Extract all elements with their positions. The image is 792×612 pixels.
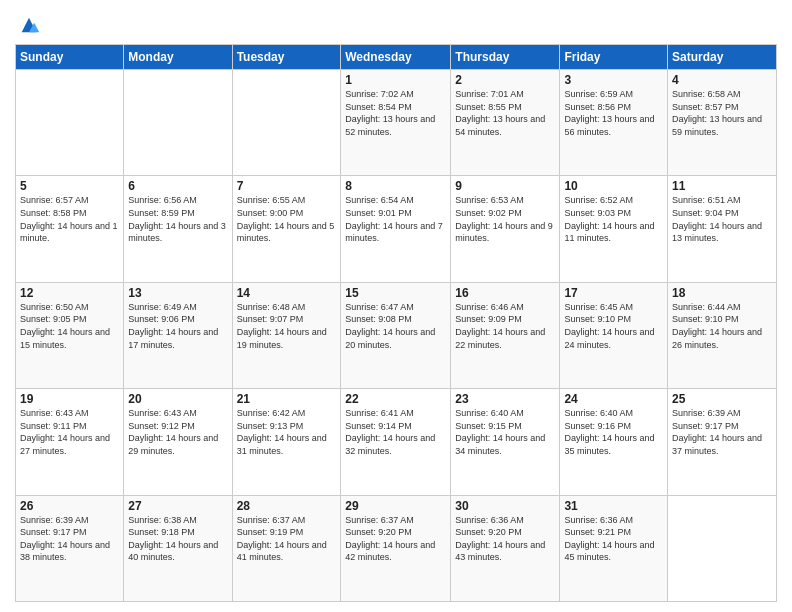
calendar-cell: 31Sunrise: 6:36 AM Sunset: 9:21 PM Dayli…	[560, 495, 668, 601]
calendar-cell: 11Sunrise: 6:51 AM Sunset: 9:04 PM Dayli…	[668, 176, 777, 282]
day-info: Sunrise: 6:47 AM Sunset: 9:08 PM Dayligh…	[345, 302, 435, 350]
day-info: Sunrise: 6:57 AM Sunset: 8:58 PM Dayligh…	[20, 195, 118, 243]
day-number: 15	[345, 286, 446, 300]
day-info: Sunrise: 7:02 AM Sunset: 8:54 PM Dayligh…	[345, 89, 435, 137]
day-number: 3	[564, 73, 663, 87]
day-number: 26	[20, 499, 119, 513]
day-number: 7	[237, 179, 337, 193]
day-info: Sunrise: 6:51 AM Sunset: 9:04 PM Dayligh…	[672, 195, 762, 243]
day-info: Sunrise: 6:40 AM Sunset: 9:15 PM Dayligh…	[455, 408, 545, 456]
day-number: 27	[128, 499, 227, 513]
calendar-cell: 4Sunrise: 6:58 AM Sunset: 8:57 PM Daylig…	[668, 70, 777, 176]
logo	[15, 14, 40, 36]
day-info: Sunrise: 6:36 AM Sunset: 9:20 PM Dayligh…	[455, 515, 545, 563]
day-info: Sunrise: 6:37 AM Sunset: 9:20 PM Dayligh…	[345, 515, 435, 563]
day-info: Sunrise: 6:43 AM Sunset: 9:12 PM Dayligh…	[128, 408, 218, 456]
day-info: Sunrise: 6:48 AM Sunset: 9:07 PM Dayligh…	[237, 302, 327, 350]
day-info: Sunrise: 6:37 AM Sunset: 9:19 PM Dayligh…	[237, 515, 327, 563]
day-number: 16	[455, 286, 555, 300]
day-number: 29	[345, 499, 446, 513]
day-info: Sunrise: 6:39 AM Sunset: 9:17 PM Dayligh…	[672, 408, 762, 456]
calendar-cell: 27Sunrise: 6:38 AM Sunset: 9:18 PM Dayli…	[124, 495, 232, 601]
day-number: 20	[128, 392, 227, 406]
calendar-cell: 23Sunrise: 6:40 AM Sunset: 9:15 PM Dayli…	[451, 389, 560, 495]
calendar-cell: 22Sunrise: 6:41 AM Sunset: 9:14 PM Dayli…	[341, 389, 451, 495]
calendar-cell: 9Sunrise: 6:53 AM Sunset: 9:02 PM Daylig…	[451, 176, 560, 282]
day-info: Sunrise: 6:54 AM Sunset: 9:01 PM Dayligh…	[345, 195, 443, 243]
day-number: 31	[564, 499, 663, 513]
day-info: Sunrise: 6:39 AM Sunset: 9:17 PM Dayligh…	[20, 515, 110, 563]
day-info: Sunrise: 6:40 AM Sunset: 9:16 PM Dayligh…	[564, 408, 654, 456]
calendar-cell	[668, 495, 777, 601]
calendar-cell: 19Sunrise: 6:43 AM Sunset: 9:11 PM Dayli…	[16, 389, 124, 495]
day-number: 11	[672, 179, 772, 193]
day-number: 22	[345, 392, 446, 406]
day-number: 14	[237, 286, 337, 300]
day-info: Sunrise: 6:36 AM Sunset: 9:21 PM Dayligh…	[564, 515, 654, 563]
day-number: 17	[564, 286, 663, 300]
calendar-cell: 12Sunrise: 6:50 AM Sunset: 9:05 PM Dayli…	[16, 282, 124, 388]
calendar-cell: 7Sunrise: 6:55 AM Sunset: 9:00 PM Daylig…	[232, 176, 341, 282]
calendar-cell: 20Sunrise: 6:43 AM Sunset: 9:12 PM Dayli…	[124, 389, 232, 495]
calendar-cell: 6Sunrise: 6:56 AM Sunset: 8:59 PM Daylig…	[124, 176, 232, 282]
calendar-cell	[16, 70, 124, 176]
day-of-week-header: Thursday	[451, 45, 560, 70]
calendar-cell: 30Sunrise: 6:36 AM Sunset: 9:20 PM Dayli…	[451, 495, 560, 601]
day-number: 24	[564, 392, 663, 406]
calendar-cell: 25Sunrise: 6:39 AM Sunset: 9:17 PM Dayli…	[668, 389, 777, 495]
calendar-cell: 2Sunrise: 7:01 AM Sunset: 8:55 PM Daylig…	[451, 70, 560, 176]
day-info: Sunrise: 6:49 AM Sunset: 9:06 PM Dayligh…	[128, 302, 218, 350]
day-of-week-header: Saturday	[668, 45, 777, 70]
calendar-table: SundayMondayTuesdayWednesdayThursdayFrid…	[15, 44, 777, 602]
day-info: Sunrise: 6:42 AM Sunset: 9:13 PM Dayligh…	[237, 408, 327, 456]
day-info: Sunrise: 6:50 AM Sunset: 9:05 PM Dayligh…	[20, 302, 110, 350]
day-number: 30	[455, 499, 555, 513]
calendar-cell: 29Sunrise: 6:37 AM Sunset: 9:20 PM Dayli…	[341, 495, 451, 601]
calendar-cell: 1Sunrise: 7:02 AM Sunset: 8:54 PM Daylig…	[341, 70, 451, 176]
day-info: Sunrise: 6:44 AM Sunset: 9:10 PM Dayligh…	[672, 302, 762, 350]
calendar-cell: 5Sunrise: 6:57 AM Sunset: 8:58 PM Daylig…	[16, 176, 124, 282]
day-number: 4	[672, 73, 772, 87]
calendar-cell: 18Sunrise: 6:44 AM Sunset: 9:10 PM Dayli…	[668, 282, 777, 388]
day-number: 13	[128, 286, 227, 300]
day-number: 10	[564, 179, 663, 193]
day-number: 28	[237, 499, 337, 513]
calendar-cell: 21Sunrise: 6:42 AM Sunset: 9:13 PM Dayli…	[232, 389, 341, 495]
calendar-cell	[232, 70, 341, 176]
day-of-week-header: Friday	[560, 45, 668, 70]
day-of-week-header: Tuesday	[232, 45, 341, 70]
day-number: 2	[455, 73, 555, 87]
day-info: Sunrise: 6:58 AM Sunset: 8:57 PM Dayligh…	[672, 89, 762, 137]
day-info: Sunrise: 6:46 AM Sunset: 9:09 PM Dayligh…	[455, 302, 545, 350]
day-of-week-header: Wednesday	[341, 45, 451, 70]
day-info: Sunrise: 6:38 AM Sunset: 9:18 PM Dayligh…	[128, 515, 218, 563]
day-info: Sunrise: 6:43 AM Sunset: 9:11 PM Dayligh…	[20, 408, 110, 456]
day-number: 8	[345, 179, 446, 193]
logo-icon	[18, 14, 40, 36]
day-info: Sunrise: 6:52 AM Sunset: 9:03 PM Dayligh…	[564, 195, 654, 243]
day-info: Sunrise: 6:56 AM Sunset: 8:59 PM Dayligh…	[128, 195, 226, 243]
calendar-cell: 8Sunrise: 6:54 AM Sunset: 9:01 PM Daylig…	[341, 176, 451, 282]
day-number: 18	[672, 286, 772, 300]
calendar-cell: 15Sunrise: 6:47 AM Sunset: 9:08 PM Dayli…	[341, 282, 451, 388]
day-number: 1	[345, 73, 446, 87]
day-info: Sunrise: 6:45 AM Sunset: 9:10 PM Dayligh…	[564, 302, 654, 350]
day-of-week-header: Monday	[124, 45, 232, 70]
day-info: Sunrise: 6:41 AM Sunset: 9:14 PM Dayligh…	[345, 408, 435, 456]
day-info: Sunrise: 6:53 AM Sunset: 9:02 PM Dayligh…	[455, 195, 553, 243]
calendar-cell: 26Sunrise: 6:39 AM Sunset: 9:17 PM Dayli…	[16, 495, 124, 601]
day-number: 21	[237, 392, 337, 406]
day-info: Sunrise: 6:59 AM Sunset: 8:56 PM Dayligh…	[564, 89, 654, 137]
calendar-cell: 17Sunrise: 6:45 AM Sunset: 9:10 PM Dayli…	[560, 282, 668, 388]
day-number: 5	[20, 179, 119, 193]
day-number: 12	[20, 286, 119, 300]
calendar-cell: 10Sunrise: 6:52 AM Sunset: 9:03 PM Dayli…	[560, 176, 668, 282]
header	[15, 10, 777, 36]
calendar-cell: 14Sunrise: 6:48 AM Sunset: 9:07 PM Dayli…	[232, 282, 341, 388]
day-number: 19	[20, 392, 119, 406]
calendar-cell: 24Sunrise: 6:40 AM Sunset: 9:16 PM Dayli…	[560, 389, 668, 495]
day-info: Sunrise: 6:55 AM Sunset: 9:00 PM Dayligh…	[237, 195, 335, 243]
day-info: Sunrise: 7:01 AM Sunset: 8:55 PM Dayligh…	[455, 89, 545, 137]
day-number: 6	[128, 179, 227, 193]
day-number: 23	[455, 392, 555, 406]
